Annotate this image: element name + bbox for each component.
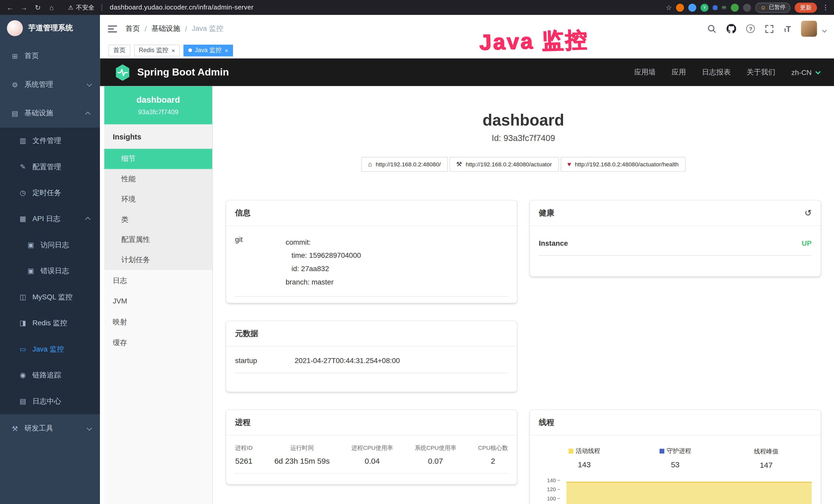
tab-redis-monitor[interactable]: Redis 监控 × [134, 44, 180, 56]
browser-menu-icon[interactable]: ⋮ [822, 4, 829, 11]
sidebar-item-api-logs[interactable]: ▦ API 日志 [0, 206, 100, 232]
sba-item-config-props[interactable]: 配置属性 [104, 230, 212, 250]
tab-label: Redis 监控 [139, 46, 168, 54]
sidebar-item-redis-monitor[interactable]: ◨ Redis 监控 [0, 310, 100, 336]
sba-section-insights[interactable]: Insights [104, 124, 212, 149]
breadcrumb-item-infrastructure[interactable]: 基础设施 [152, 24, 180, 33]
sba-locale-select[interactable]: zh-CN [791, 68, 819, 76]
breadcrumb-item-home[interactable]: 首页 [126, 24, 140, 33]
instance-home-link[interactable]: ⌂ http://192.168.0.2:48080/ [361, 157, 448, 172]
chevron-up-icon [85, 111, 90, 117]
metric-system-cpu: 系统CPU使用率 0.07 [415, 444, 456, 465]
value-line: time: 1596289704000 [286, 249, 508, 262]
threads-chart: 140 120 100 [539, 473, 812, 504]
profile-paused-badge[interactable]: ☺ 已暂停 [755, 2, 790, 12]
search-icon[interactable] [708, 24, 717, 33]
sidebar-item-label: 文件管理 [32, 136, 61, 145]
browser-home-button[interactable]: ⌂ [47, 3, 56, 11]
chevron-down-icon [87, 425, 92, 430]
instance-actuator-link[interactable]: ⚒ http://192.168.0.2:48080/actuator [449, 157, 559, 172]
instance-subtitle: Id: 93a3fc7f7409 [226, 134, 821, 143]
sidebar-item-access-logs[interactable]: ▣ 访问日志 [0, 232, 100, 258]
table-row: startup 2021-04-27T00:44:31.254+08:00 [235, 350, 508, 373]
extension-icon-orange[interactable] [676, 3, 684, 11]
sidebar-item-system[interactable]: ⚙ 系统管理 [0, 70, 100, 99]
tab-close-icon[interactable]: × [225, 47, 228, 53]
instance-name: dashboard [108, 95, 208, 105]
document-icon: ▣ [27, 241, 35, 249]
sba-item-mappings[interactable]: 映射 [104, 312, 212, 332]
sidebar-item-infrastructure[interactable]: ▤ 基础设施 [0, 99, 100, 128]
sba-item-logs[interactable]: 日志 [104, 270, 212, 291]
extension-icon-leaf[interactable] [731, 3, 739, 11]
sba-nav-applications[interactable]: 应用 [672, 68, 686, 77]
extension-icon-switch[interactable]: on [722, 5, 727, 10]
forward-button[interactable]: → [19, 3, 29, 11]
sidebar-item-home[interactable]: ⊞ 首页 [0, 42, 100, 70]
fullscreen-icon[interactable] [765, 24, 774, 33]
sba-item-details[interactable]: 细节 [104, 149, 212, 169]
heart-icon: ♥ [567, 160, 571, 168]
app-logo[interactable]: 芋道管理系统 [0, 15, 100, 42]
sidebar-item-dev-tools[interactable]: ⚒ 研发工具 [0, 414, 100, 443]
tab-java-monitor[interactable]: Java 监控 × [184, 44, 233, 56]
breadcrumb-separator: / [145, 25, 147, 32]
sba-instance-block[interactable]: dashboard 93a3fc7f7409 [104, 86, 212, 124]
breadcrumb-separator: / [185, 25, 187, 32]
extension-icon-yuque[interactable]: Y [701, 3, 709, 11]
breadcrumb-item-current: Java 监控 [192, 24, 223, 33]
sidebar-item-log-center[interactable]: ▤ 日志中心 [0, 388, 100, 414]
hamburger-icon[interactable] [108, 25, 117, 32]
sba-item-scheduled-tasks[interactable]: 计划任务 [104, 250, 212, 270]
sba-item-caches[interactable]: 缓存 [104, 332, 212, 353]
sidebar-item-tracing[interactable]: ◉ 链路追踪 [0, 362, 100, 388]
table-row[interactable]: Instance UP [539, 232, 812, 256]
tab-home[interactable]: 首页 [108, 44, 130, 56]
sidebar-item-label: 错误日志 [40, 266, 69, 275]
sba-nav-wallboard[interactable]: 应用墙 [634, 68, 656, 77]
reload-button[interactable]: ↻ [33, 3, 42, 11]
user-avatar[interactable] [801, 21, 817, 37]
sidebar-item-file-management[interactable]: ▥ 文件管理 [0, 128, 100, 154]
instance-id: 93a3fc7f7409 [108, 108, 208, 116]
sba-item-performance[interactable]: 性能 [104, 169, 212, 189]
sidebar-item-label: 访问日志 [40, 240, 69, 250]
card-title: 线程 [530, 410, 821, 435]
extension-icon-grid[interactable] [713, 5, 718, 10]
chevron-down-icon [815, 69, 821, 74]
sidebar-item-java-monitor[interactable]: ▭ Java 监控 [0, 336, 100, 362]
extension-icon-drop[interactable] [688, 3, 696, 11]
help-icon[interactable]: ? [746, 24, 755, 33]
sba-item-environment[interactable]: 环境 [104, 189, 212, 209]
sidebar-item-config-management[interactable]: ✎ 配置管理 [0, 154, 100, 180]
chrome-toolbar: ☆ Y on ☺ 已暂停 更新 ⋮ [666, 2, 829, 12]
instance-health-link[interactable]: ♥ http://192.168.0.2:48080/actuator/heal… [561, 157, 685, 172]
tab-close-icon[interactable]: × [172, 47, 175, 53]
bookmark-star-icon[interactable]: ☆ [666, 3, 672, 11]
sba-brand-title[interactable]: Spring Boot Admin [137, 67, 229, 78]
font-size-icon[interactable]: tT [784, 24, 791, 33]
sba-nav-about[interactable]: 关于我们 [747, 68, 775, 77]
sidebar-item-error-logs[interactable]: ▣ 错误日志 [0, 258, 100, 284]
main-column: Java 监控 首页 / 基础设施 / Java 监控 [100, 15, 834, 504]
sba-nav-journal[interactable]: 日志报表 [702, 68, 731, 77]
sidebar-item-mysql-monitor[interactable]: ◫ MySQL 监控 [0, 284, 100, 310]
address-url[interactable]: dashboard.yudao.iocoder.cn/infra/admin-s… [110, 4, 254, 11]
sidebar-item-scheduled-jobs[interactable]: ◷ 定时任务 [0, 180, 100, 206]
sba-item-jvm[interactable]: JVM [104, 291, 212, 312]
security-indicator[interactable]: ⚠ 不安全 [68, 3, 94, 11]
history-icon[interactable]: ↺ [805, 208, 812, 218]
health-instance-label: Instance [539, 239, 568, 247]
sba-item-classes[interactable]: 类 [104, 209, 212, 230]
back-button[interactable]: ← [5, 3, 15, 11]
legend-daemon-threads: 守护进程 53 [630, 447, 721, 469]
card-body: startup 2021-04-27T00:44:31.254+08:00 [226, 347, 517, 381]
sidebar-item-label: 首页 [24, 51, 39, 61]
chrome-update-button[interactable]: 更新 [795, 2, 817, 12]
row-key: git [235, 235, 286, 289]
extension-icon-paw[interactable] [743, 3, 751, 11]
github-icon[interactable] [727, 24, 737, 33]
row-value: 2021-04-27T00:44:31.254+08:00 [294, 357, 400, 365]
avatar-caret-icon[interactable] [822, 28, 827, 32]
metric-process-cpu: 进程CPU使用率 0.04 [351, 444, 393, 465]
